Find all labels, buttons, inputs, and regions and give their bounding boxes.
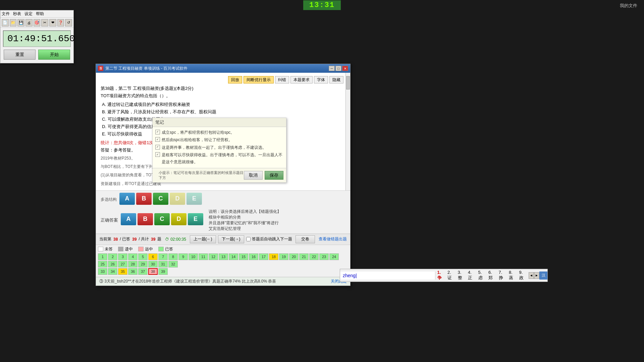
sw-tb-target[interactable]: 🎯 xyxy=(34,19,41,26)
view-errors-link[interactable]: 查看做错题出题 xyxy=(319,236,347,242)
qnum-cell-16[interactable]: 16 xyxy=(249,253,258,260)
qnum-cell-20[interactable]: 20 xyxy=(289,253,299,260)
answer-btn-a[interactable]: A xyxy=(119,193,135,205)
correct-btn-e[interactable]: E xyxy=(188,213,203,225)
stopwatch-reset-btn[interactable]: 重置 xyxy=(4,50,36,60)
ime-prev-btn[interactable]: ◄ xyxy=(529,272,534,279)
sw-menu-stopwatch[interactable]: 秒表 xyxy=(13,11,21,17)
sw-tb-scissors[interactable]: ✂ xyxy=(41,19,48,26)
qnum-cell-10[interactable]: 10 xyxy=(189,253,198,260)
qnum-cell-36[interactable]: 36 xyxy=(128,268,138,275)
qnum-cell-33[interactable]: 33 xyxy=(98,268,107,275)
next-question-btn[interactable]: 下一题(→) xyxy=(218,235,244,243)
note-checkbox-2[interactable]: ✓ xyxy=(155,137,160,142)
exam-close-btn[interactable]: ✕ xyxy=(342,66,348,71)
qnum-cell-37[interactable]: 37 xyxy=(138,268,148,275)
qnum-cell-2[interactable]: 2 xyxy=(108,253,117,260)
prev-question-btn[interactable]: 上一题(←) xyxy=(190,235,216,243)
sw-menu-file[interactable]: 文件 xyxy=(2,11,10,17)
qnum-cell-7[interactable]: 7 xyxy=(158,253,168,260)
qnum-cell-15[interactable]: 15 xyxy=(239,253,248,260)
answer-btn-c[interactable]: C xyxy=(153,193,168,205)
sw-tb-print[interactable]: 🖨 xyxy=(25,19,33,26)
correct-btn-a[interactable]: A xyxy=(121,213,136,225)
qnum-cell-23[interactable]: 23 xyxy=(319,253,329,260)
toolbar-playback-btn[interactable]: 回放 xyxy=(228,76,242,83)
toolbar-correct-btn[interactable]: 纠错 xyxy=(275,76,289,83)
ime-candidate-8[interactable]: 8.蒸 xyxy=(509,270,517,281)
qnum-cell-18[interactable]: 18 xyxy=(269,253,278,260)
sw-menu-help[interactable]: 帮助 xyxy=(36,11,44,17)
qnum-cell-1[interactable]: 1 xyxy=(98,253,107,260)
ime-input[interactable]: zheng| xyxy=(340,272,435,280)
notes-save-btn[interactable]: 保存 xyxy=(265,171,283,180)
sw-tb-save[interactable]: 💾 xyxy=(17,19,24,26)
qnum-cell-32[interactable]: 32 xyxy=(168,261,178,267)
note-checkbox-4[interactable]: ✓ xyxy=(155,152,160,157)
submit-btn[interactable]: 交卷 xyxy=(296,235,315,243)
qnum-cell-31[interactable]: 31 xyxy=(158,261,168,267)
note-checkbox-3[interactable]: ✓ xyxy=(155,145,160,149)
qnum-cell-39[interactable]: 39 xyxy=(158,268,168,275)
qnum-cell-28[interactable]: 28 xyxy=(128,261,138,267)
qnum-cell-38[interactable]: 38 xyxy=(148,268,158,275)
qnum-cell-27[interactable]: 27 xyxy=(118,261,127,267)
toolbar-hide-btn[interactable]: 隐藏 xyxy=(329,76,343,83)
ime-candidate-3[interactable]: 3.整 xyxy=(458,270,466,281)
qnum-cell-19[interactable]: 19 xyxy=(279,253,288,260)
sw-tb-refresh[interactable]: ↺ xyxy=(65,19,72,26)
qnum-cell-8[interactable]: 8 xyxy=(168,253,178,260)
ime-candidate-5[interactable]: 5.虑 xyxy=(478,270,486,281)
qnum-cell-13[interactable]: 13 xyxy=(219,253,228,260)
toolbar-requirement-btn[interactable]: 本题要求 xyxy=(290,76,313,83)
qnum-cell-5[interactable]: 5 xyxy=(138,253,148,260)
ime-candidate-7[interactable]: 7.挣 xyxy=(499,270,506,281)
sw-menu-settings[interactable]: 设定 xyxy=(24,11,33,17)
answer-btn-e[interactable]: E xyxy=(186,193,202,205)
qnum-cell-11[interactable]: 11 xyxy=(199,253,208,260)
answer-btn-b[interactable]: B xyxy=(136,193,152,205)
toolbar-highlight-btn[interactable]: 间断优行显示 xyxy=(244,76,274,83)
qnum-cell-6[interactable]: 6 xyxy=(148,253,158,260)
qnum-cell-22[interactable]: 22 xyxy=(309,253,319,260)
correct-btn-b[interactable]: B xyxy=(138,213,153,225)
ime-next-btn[interactable]: ► xyxy=(534,272,539,279)
qnum-cell-34[interactable]: 34 xyxy=(108,268,117,275)
ime-candidate-2[interactable]: 2.证 xyxy=(447,270,455,281)
qnum-cell-4[interactable]: 4 xyxy=(128,253,138,260)
sw-tb-heart[interactable]: ❤ xyxy=(49,19,56,26)
sw-tb-open[interactable]: 📁 xyxy=(10,19,17,26)
qnum-cell-21[interactable]: 21 xyxy=(299,253,309,260)
scrollbar-track[interactable] xyxy=(345,73,350,190)
scrollbar-thumb[interactable] xyxy=(346,76,350,89)
qnum-cell-29[interactable]: 29 xyxy=(138,261,148,267)
qnum-cell-12[interactable]: 12 xyxy=(209,253,218,260)
ime-candidate-4[interactable]: 4.正 xyxy=(468,270,476,281)
note-checkbox-1[interactable]: ✓ xyxy=(155,130,160,134)
qnum-cell-9[interactable]: 9 xyxy=(178,253,188,260)
qnum-cell-26[interactable]: 26 xyxy=(108,261,117,267)
ime-candidate-9[interactable]: 9.政 xyxy=(519,270,527,281)
stopwatch-start-btn[interactable]: 开始 xyxy=(38,50,70,60)
qnum-cell-14[interactable]: 14 xyxy=(229,253,238,260)
exam-minimize-btn[interactable]: ─ xyxy=(329,66,335,71)
answer-btn-d[interactable]: D xyxy=(170,193,185,205)
qnum-cell-25[interactable]: 25 xyxy=(98,261,107,267)
ime-candidate-1[interactable]: 1.争 xyxy=(437,270,445,281)
auto-next-checkbox-area[interactable]: 答题后自动跳入下一题 xyxy=(246,236,292,242)
sw-tb-help[interactable]: ❓ xyxy=(57,19,64,26)
ime-corner-btn[interactable]: 汉 xyxy=(539,272,547,280)
qnum-cell-24[interactable]: 24 xyxy=(329,253,339,260)
correct-btn-d[interactable]: D xyxy=(171,213,186,225)
notes-cancel-btn[interactable]: 取消 xyxy=(244,171,263,180)
toolbar-font-btn[interactable]: 字体 xyxy=(314,76,328,83)
auto-next-checkbox[interactable] xyxy=(246,237,251,241)
qnum-cell-30[interactable]: 30 xyxy=(148,261,158,267)
sw-tb-new[interactable]: 📄 xyxy=(2,19,9,26)
ime-candidate-6[interactable]: 6.郑 xyxy=(488,270,496,281)
qnum-cell-3[interactable]: 3 xyxy=(118,253,127,260)
correct-btn-c[interactable]: C xyxy=(154,213,170,225)
qnum-cell-35[interactable]: 35 xyxy=(118,268,127,275)
qnum-cell-17[interactable]: 17 xyxy=(259,253,268,260)
exam-maximize-btn[interactable]: □ xyxy=(335,66,341,71)
